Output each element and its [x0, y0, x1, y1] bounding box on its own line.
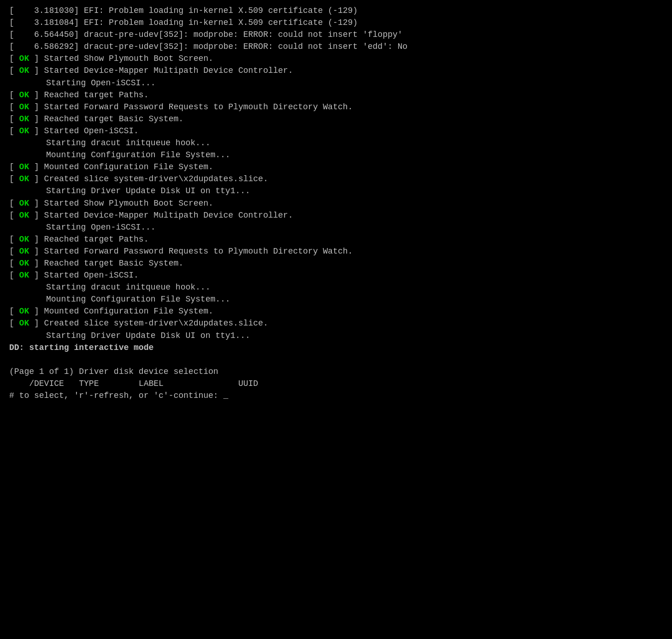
ok-line: [ OK ] Mounted Configuration File System… [9, 305, 663, 317]
ok-line: [ OK ] Reached target Basic System. [9, 257, 663, 269]
ok-line: [ OK ] Mounted Configuration File System… [9, 161, 663, 173]
log-line: [ 3.181030] EFI: Problem loading in-kern… [9, 5, 663, 17]
ok-line: [ OK ] Started Device-Mapper Multipath D… [9, 209, 663, 221]
ok-line: [ OK ] Started Open-iSCSI. [9, 269, 663, 281]
ok-line: [ OK ] Created slice system-driver\x2dup… [9, 317, 663, 329]
page-line: (Page 1 of 1) Driver disk device selecti… [9, 366, 663, 378]
ok-line: [ OK ] Created slice system-driver\x2dup… [9, 173, 663, 185]
terminal-output: [ 3.181030] EFI: Problem loading in-kern… [9, 5, 663, 402]
ok-line: [ OK ] Started Forward Password Requests… [9, 101, 663, 113]
indent-line: Starting Driver Update Disk UI on tty1..… [9, 330, 663, 342]
ok-line: [ OK ] Started Show Plymouth Boot Screen… [9, 53, 663, 65]
indent-line: Mounting Configuration File System... [9, 293, 663, 305]
log-line: [ 3.181084] EFI: Problem loading in-kern… [9, 17, 663, 29]
ok-line: [ OK ] Reached target Paths. [9, 233, 663, 245]
log-line: [ 6.586292] dracut-pre-udev[352]: modpro… [9, 41, 663, 53]
ok-line: [ OK ] Reached target Paths. [9, 89, 663, 101]
indent-line: Mounting Configuration File System... [9, 149, 663, 161]
indent-line: Starting Driver Update Disk UI on tty1..… [9, 185, 663, 197]
dd-line: DD: starting interactive mode [9, 342, 663, 354]
indent-line: Starting Open-iSCSI... [9, 221, 663, 233]
table-header-row: /DEVICE TYPE LABEL UUID [9, 378, 663, 390]
indent-line: Starting dracut initqueue hook... [9, 137, 663, 149]
prompt-line: # to select, 'r'-refresh, or 'c'-continu… [9, 390, 663, 402]
ok-line: [ OK ] Started Forward Password Requests… [9, 245, 663, 257]
ok-line: [ OK ] Started Device-Mapper Multipath D… [9, 65, 663, 77]
ok-line: [ OK ] Started Show Plymouth Boot Screen… [9, 197, 663, 209]
ok-line: [ OK ] Reached target Basic System. [9, 113, 663, 125]
ok-line: [ OK ] Started Open-iSCSI. [9, 125, 663, 137]
indent-line: Starting dracut initqueue hook... [9, 281, 663, 293]
log-line: [ 6.564450] dracut-pre-udev[352]: modpro… [9, 29, 663, 41]
indent-line: Starting Open-iSCSI... [9, 77, 663, 89]
